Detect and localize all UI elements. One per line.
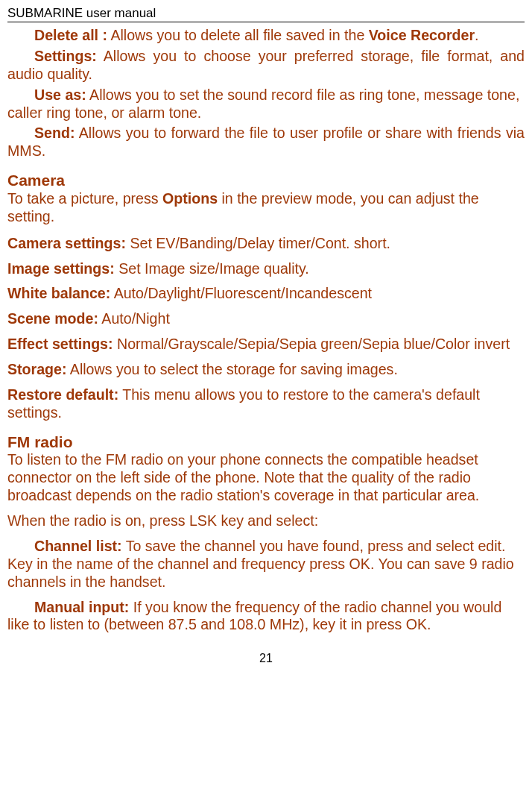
label-white-balance: White balance: bbox=[7, 285, 110, 301]
para-camera-settings: Camera settings: Set EV/Banding/Delay ti… bbox=[7, 235, 525, 253]
label-storage: Storage: bbox=[7, 361, 66, 377]
label-delete-all: Delete all : bbox=[34, 27, 107, 43]
para-delete-all: Delete all : Allows you to delete all fi… bbox=[7, 27, 525, 45]
text-options: Options bbox=[162, 190, 218, 207]
text-send: Allows you to forward the file to user p… bbox=[7, 125, 525, 159]
heading-camera: Camera bbox=[7, 171, 525, 190]
label-scene-mode: Scene mode: bbox=[7, 310, 98, 327]
para-send: Send: Allows you to forward the file to … bbox=[7, 125, 525, 160]
para-image-settings: Image settings: Set Image size/Image qua… bbox=[7, 260, 525, 278]
para-use-as: Use as: Allows you to set the sound reco… bbox=[7, 87, 525, 122]
label-send: Send: bbox=[34, 125, 75, 141]
text-delete-all-2: . bbox=[475, 27, 478, 43]
document-body: Delete all : Allows you to delete all fi… bbox=[7, 27, 525, 634]
header-bar: SUBMARINE user manual bbox=[7, 6, 525, 22]
para-white-balance: White balance: Auto/Daylight/Fluorescent… bbox=[7, 285, 525, 303]
para-manual-input: Manual input: If you know the frequency … bbox=[7, 599, 525, 635]
label-image-settings: Image settings: bbox=[7, 260, 115, 277]
text-storage: Allows you to select the storage for sav… bbox=[66, 361, 397, 377]
text-delete-all-1: Allows you to delete all file saved in t… bbox=[107, 27, 369, 43]
text-camera-intro-1: To take a picture, press bbox=[7, 190, 162, 207]
para-scene-mode: Scene mode: Auto/Night bbox=[7, 310, 525, 328]
header-title: SUBMARINE user manual bbox=[7, 6, 156, 21]
para-fm-on: When the radio is on, press LSK key and … bbox=[7, 512, 525, 530]
label-use-as: Use as: bbox=[34, 87, 86, 103]
para-channel-list: Channel list: To save the channel you ha… bbox=[7, 538, 525, 591]
para-effect-settings: Effect settings: Normal/Grayscale/Sepia/… bbox=[7, 336, 525, 353]
label-manual-input: Manual input: bbox=[34, 599, 129, 615]
text-voice-recorder: Voice Recorder bbox=[369, 27, 475, 43]
label-settings: Settings: bbox=[34, 48, 97, 64]
label-channel-list: Channel list: bbox=[34, 538, 122, 554]
label-camera-settings: Camera settings: bbox=[7, 235, 126, 251]
text-effect-settings: Normal/Grayscale/Sepia/Sepia green/Sepia… bbox=[113, 336, 510, 352]
para-restore-default: Restore default: This menu allows you to… bbox=[7, 386, 525, 422]
heading-fm-radio: FM radio bbox=[7, 433, 525, 452]
text-scene-mode: Auto/Night bbox=[98, 310, 170, 327]
text-camera-settings: Set EV/Banding/Delay timer/Cont. short. bbox=[126, 235, 390, 251]
para-fm-intro: To listen to the FM radio on your phone … bbox=[7, 451, 525, 505]
para-storage: Storage: Allows you to select the storag… bbox=[7, 361, 525, 379]
text-white-balance: Auto/Daylight/Fluorescent/Incandescent bbox=[110, 285, 372, 301]
label-effect-settings: Effect settings: bbox=[7, 336, 113, 352]
page-number: 21 bbox=[7, 652, 525, 665]
para-settings: Settings: Allows you to choose your pref… bbox=[7, 48, 525, 84]
para-camera-intro: To take a picture, press Options in the … bbox=[7, 190, 525, 226]
label-restore-default: Restore default: bbox=[7, 386, 118, 403]
text-image-settings: Set Image size/Image quality. bbox=[115, 260, 309, 277]
